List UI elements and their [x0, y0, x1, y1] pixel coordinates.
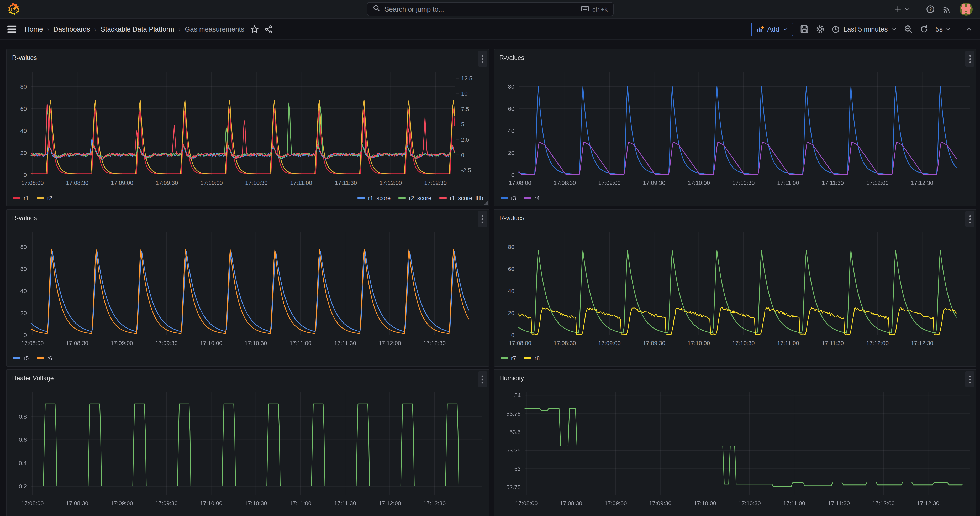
svg-text:17:10:30: 17:10:30: [245, 340, 267, 346]
search-input[interactable]: Search or jump to... ctrl+k: [367, 2, 613, 16]
svg-text:17:08:30: 17:08:30: [66, 180, 88, 186]
legend-label: r1_score_lttb: [450, 195, 483, 201]
svg-text:17:12:00: 17:12:00: [379, 500, 401, 506]
legend-label: r6: [47, 355, 52, 362]
kebab-menu-icon: [969, 54, 971, 63]
legend-item-r7[interactable]: r7: [501, 355, 516, 362]
refresh-button[interactable]: [920, 25, 929, 33]
legend-label: r5: [24, 355, 29, 362]
panel-menu-button[interactable]: [478, 371, 487, 387]
series-line-r7: [519, 250, 956, 333]
panel-header[interactable]: Heater Voltage: [7, 370, 488, 387]
series-line-r6: [31, 250, 469, 333]
star-button[interactable]: [251, 25, 259, 33]
legend-item-r2[interactable]: r2: [37, 195, 52, 201]
svg-text:17:10:00: 17:10:00: [200, 180, 223, 186]
grafana-logo[interactable]: [7, 3, 21, 16]
panel-resize-handle[interactable]: [484, 201, 487, 205]
svg-text:17:08:00: 17:08:00: [515, 500, 538, 506]
dashboard-grid: R-values 17:08:0017:08:3017:09:0017:09:3…: [0, 40, 980, 516]
svg-text:17:10:00: 17:10:00: [200, 500, 223, 506]
svg-text:17:09:30: 17:09:30: [643, 340, 665, 346]
svg-text:80: 80: [21, 83, 27, 90]
panel-menu-button[interactable]: [478, 51, 487, 67]
user-avatar[interactable]: [959, 3, 973, 16]
kebab-menu-icon: [969, 375, 971, 384]
menu-button[interactable]: [7, 25, 18, 33]
svg-text:17:10:30: 17:10:30: [732, 340, 754, 346]
svg-text:17:12:30: 17:12:30: [917, 500, 939, 506]
top-nav-bar: Search or jump to... ctrl+k ?: [0, 0, 980, 19]
svg-text:17:08:30: 17:08:30: [560, 500, 582, 506]
svg-text:53.5: 53.5: [509, 429, 520, 435]
chevron-down-icon: [892, 26, 897, 32]
search-shortcut: ctrl+k: [592, 5, 608, 13]
save-button[interactable]: [800, 25, 809, 33]
timeseries-chart[interactable]: 17:08:0017:08:3017:09:0017:09:3017:10:00…: [494, 227, 976, 353]
panel-header[interactable]: Humidity: [494, 370, 976, 387]
kebab-menu-icon: [481, 375, 484, 384]
legend-label: r1_score: [368, 195, 391, 201]
timeseries-chart[interactable]: 17:08:0017:08:3017:09:0017:09:3017:10:00…: [494, 387, 976, 513]
svg-text:17:09:00: 17:09:00: [110, 340, 133, 346]
panel-menu-button[interactable]: [965, 51, 974, 67]
legend-item-r1_score[interactable]: r1_score: [358, 195, 391, 201]
add-button[interactable]: Add: [751, 22, 793, 36]
kebab-menu-icon: [969, 215, 971, 223]
panel-legend: r3r4: [494, 193, 976, 203]
panel-menu-button[interactable]: [965, 211, 974, 227]
chevron-down-icon: [904, 6, 910, 12]
panel-title: R-values: [500, 214, 524, 221]
legend-item-r3[interactable]: r3: [501, 195, 516, 201]
panel-header[interactable]: R-values: [494, 210, 976, 227]
legend-item-r6[interactable]: r6: [37, 355, 52, 362]
timeseries-chart[interactable]: 17:08:0017:08:3017:09:0017:09:3017:10:00…: [7, 67, 488, 193]
svg-text:60: 60: [21, 105, 27, 112]
svg-text:17:10:00: 17:10:00: [687, 180, 710, 186]
panel-legend: humidity: [494, 513, 976, 516]
timeseries-chart[interactable]: 17:08:0017:08:3017:09:0017:09:3017:10:00…: [7, 387, 488, 513]
new-button[interactable]: [894, 5, 910, 13]
legend-item-r4[interactable]: r4: [524, 195, 540, 201]
svg-text:17:12:30: 17:12:30: [911, 340, 933, 346]
svg-text:17:09:00: 17:09:00: [598, 180, 620, 186]
legend-item-r1[interactable]: r1: [13, 195, 29, 201]
svg-text:53: 53: [514, 466, 520, 472]
zoom-out-button[interactable]: [904, 25, 913, 33]
help-button[interactable]: ?: [926, 5, 935, 14]
svg-text:17:12:00: 17:12:00: [380, 180, 402, 186]
panel-header[interactable]: R-values: [7, 210, 488, 227]
breadcrumb-home[interactable]: Home: [25, 25, 43, 33]
divider: [918, 5, 918, 14]
svg-text:7.5: 7.5: [461, 106, 469, 112]
timeseries-chart[interactable]: 17:08:0017:08:3017:09:0017:09:3017:10:00…: [7, 227, 488, 353]
share-button[interactable]: [265, 25, 273, 33]
svg-text:17:10:30: 17:10:30: [738, 500, 760, 506]
panel-header[interactable]: R-values: [7, 49, 488, 67]
legend-item-r1_score_lttb[interactable]: r1_score_lttb: [439, 195, 483, 201]
panel-heater-voltage: Heater Voltage 17:08:0017:08:3017:09:001…: [6, 369, 489, 516]
collapse-toolbar-button[interactable]: [965, 25, 973, 33]
time-range-picker[interactable]: Last 5 minutes: [831, 25, 897, 33]
svg-text:17:11:30: 17:11:30: [827, 500, 850, 506]
news-rss-icon[interactable]: [943, 5, 951, 14]
legend-swatch: [37, 357, 44, 359]
refresh-interval-dropdown[interactable]: 5s: [935, 25, 951, 33]
breadcrumb-dashboards[interactable]: Dashboards: [53, 25, 90, 33]
breadcrumb-folder[interactable]: Stackable Data Platform: [101, 25, 174, 33]
panel-menu-button[interactable]: [965, 371, 974, 387]
panel-menu-button[interactable]: [478, 211, 487, 227]
panel-header[interactable]: R-values: [494, 49, 976, 67]
svg-text:17:10:30: 17:10:30: [732, 180, 754, 186]
timeseries-chart[interactable]: 17:08:0017:08:3017:09:0017:09:3017:10:00…: [494, 67, 976, 193]
svg-text:17:09:30: 17:09:30: [155, 500, 178, 506]
svg-text:40: 40: [508, 127, 514, 134]
legend-item-r2_score[interactable]: r2_score: [398, 195, 431, 201]
kebab-menu-icon: [481, 215, 484, 223]
svg-text:17:08:00: 17:08:00: [509, 180, 531, 186]
legend-item-r8[interactable]: r8: [524, 355, 540, 362]
legend-item-r5[interactable]: r5: [13, 355, 29, 362]
svg-text:0: 0: [511, 172, 514, 178]
series-line-r8: [519, 307, 956, 334]
settings-gear-icon[interactable]: [815, 25, 824, 33]
